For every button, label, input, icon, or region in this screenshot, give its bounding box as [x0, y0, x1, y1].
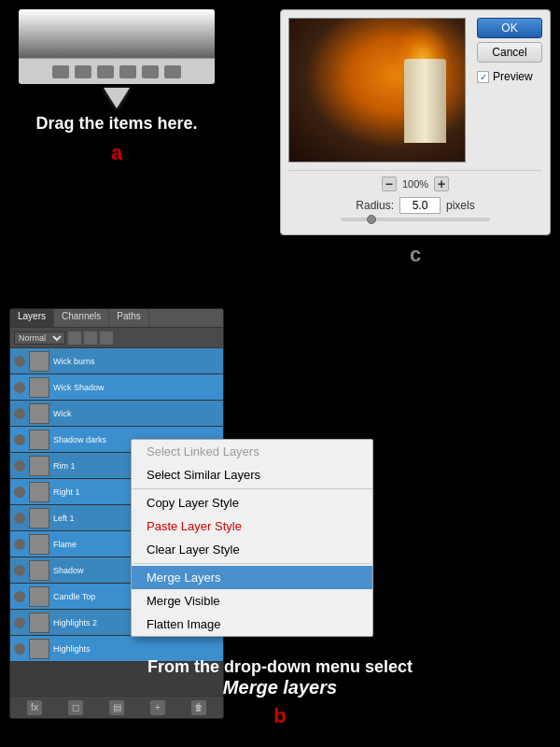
layer-name: Wick burns [53, 357, 95, 366]
layer-item[interactable]: Wick burns [10, 348, 223, 374]
zoom-in-button[interactable]: + [434, 176, 449, 191]
panel-tabs: Layers Channels Paths [10, 309, 223, 328]
preview-label: Preview [493, 70, 533, 83]
toolbar-icon-2 [75, 65, 91, 78]
bottom-text-line2: Merge layers [0, 677, 560, 698]
slider-row [292, 218, 539, 221]
zoom-out-button[interactable]: − [382, 176, 397, 191]
layer-name: Shadow [53, 566, 84, 575]
menu-item-copy-layer-style[interactable]: Copy Layer Style [132, 491, 372, 514]
candle-body [404, 59, 446, 143]
radius-row: Radius: pixels [292, 197, 539, 214]
layer-visibility-icon[interactable] [14, 617, 25, 628]
preview-checkbox[interactable]: ✓ Preview [477, 70, 542, 83]
layer-visibility-icon[interactable] [14, 408, 25, 419]
menu-item-select-similar[interactable]: Select Similar Layers [132, 463, 372, 486]
menu-separator-2 [132, 563, 372, 564]
layer-visibility-icon[interactable] [14, 565, 25, 576]
layer-visibility-icon[interactable] [14, 513, 25, 524]
menu-item-clear-layer-style[interactable]: Clear Layer Style [132, 538, 372, 561]
slider-thumb[interactable] [367, 215, 376, 224]
candle-preview-image [289, 19, 465, 162]
radius-input[interactable] [399, 197, 441, 214]
zoom-row: − 100% + [292, 176, 539, 191]
menu-item-flatten-image[interactable]: Flatten Image [132, 613, 372, 636]
section-a: Drag the items here. a [9, 9, 224, 215]
radius-unit: pixels [446, 199, 475, 212]
toolbar-bar [19, 58, 215, 84]
menu-item-select-linked[interactable]: Select Linked Layers [132, 440, 372, 463]
layer-name: Candle Top [53, 592, 95, 601]
layer-name: Wick Shadow [53, 383, 105, 392]
layer-thumbnail [29, 586, 49, 607]
drag-arrow-icon [104, 88, 130, 108]
layer-thumbnail [29, 534, 49, 555]
layer-name: Flame [53, 540, 77, 549]
zoom-level: 100% [402, 178, 428, 190]
menu-item-paste-layer-style[interactable]: Paste Layer Style [132, 514, 372, 538]
toolbar-preview [19, 9, 215, 84]
blend-mode-select[interactable]: Normal [14, 331, 65, 345]
layer-thumbnail [29, 456, 49, 476]
toolbar-icon-1 [52, 65, 69, 78]
layer-thumbnail [29, 639, 49, 659]
layer-thumbnail [29, 377, 49, 398]
layer-item[interactable]: Wick Shadow [10, 374, 223, 401]
toolbar-icon-5 [142, 65, 159, 78]
panel-tool-3 [100, 331, 113, 345]
tab-channels[interactable]: Channels [54, 309, 109, 327]
layer-visibility-icon[interactable] [14, 486, 25, 498]
dialog-controls: − 100% + Radius: pixels [288, 170, 542, 227]
toolbar-icon-3 [97, 65, 114, 78]
radius-slider[interactable] [341, 218, 490, 221]
layer-name: Wick [53, 409, 72, 418]
layer-visibility-icon[interactable] [14, 539, 25, 550]
section-a-label: a [9, 141, 224, 165]
cancel-button[interactable]: Cancel [477, 42, 542, 63]
layer-thumbnail [29, 560, 49, 581]
context-menu: Select Linked Layers Select Similar Laye… [131, 439, 373, 637]
ok-button[interactable]: OK [477, 18, 542, 38]
menu-item-merge-visible[interactable]: Merge Visible [132, 589, 372, 613]
layer-name: Left 1 [53, 514, 75, 523]
layer-visibility-icon[interactable] [14, 356, 25, 367]
checkbox-icon[interactable]: ✓ [477, 71, 489, 83]
layer-thumbnail [29, 508, 49, 529]
layer-thumbnail [29, 351, 49, 372]
dialog-top: OK Cancel ✓ Preview [288, 18, 542, 162]
dialog-preview [288, 18, 466, 162]
toolbar-icon-6 [164, 65, 181, 78]
section-c-label: c [280, 243, 551, 267]
tab-paths[interactable]: Paths [109, 309, 149, 327]
dialog-box: OK Cancel ✓ Preview − 100% + Radius: pix… [280, 9, 551, 235]
drag-instruction-text: Drag the items here. [9, 114, 224, 134]
layer-name: Rim 1 [53, 461, 76, 471]
layer-thumbnail [29, 482, 49, 502]
layer-visibility-icon[interactable] [14, 591, 25, 602]
tab-layers[interactable]: Layers [10, 309, 54, 327]
layer-visibility-icon[interactable] [14, 382, 25, 393]
menu-separator-1 [132, 488, 372, 489]
layer-name: Highlights [53, 644, 91, 654]
layer-thumbnail [29, 430, 49, 450]
dialog-buttons: OK Cancel ✓ Preview [477, 18, 542, 162]
layer-visibility-icon[interactable] [14, 460, 25, 472]
layer-name: Highlights 2 [53, 618, 97, 627]
layer-visibility-icon[interactable] [14, 434, 25, 445]
section-b: Layers Channels Paths Normal Wick burns … [0, 289, 560, 747]
section-b-label: b [0, 704, 560, 728]
radius-label: Radius: [356, 199, 394, 212]
section-c: OK Cancel ✓ Preview − 100% + Radius: pix… [280, 9, 551, 267]
panel-tool-1 [68, 331, 81, 345]
menu-item-merge-layers[interactable]: Merge Layers [132, 566, 372, 589]
bottom-text: From the drop-down menu select Merge lay… [0, 657, 560, 728]
layer-item[interactable]: Wick [10, 401, 223, 427]
panel-tool-2 [84, 331, 97, 345]
toolbar-icon-4 [119, 65, 136, 78]
layer-name: Right 1 [53, 487, 80, 497]
panel-toolbar: Normal [10, 328, 223, 348]
bottom-text-line1: From the drop-down menu select [0, 657, 560, 677]
layer-visibility-icon[interactable] [14, 643, 25, 655]
layer-name: Shadow darks [53, 435, 106, 444]
layer-thumbnail [29, 403, 49, 424]
